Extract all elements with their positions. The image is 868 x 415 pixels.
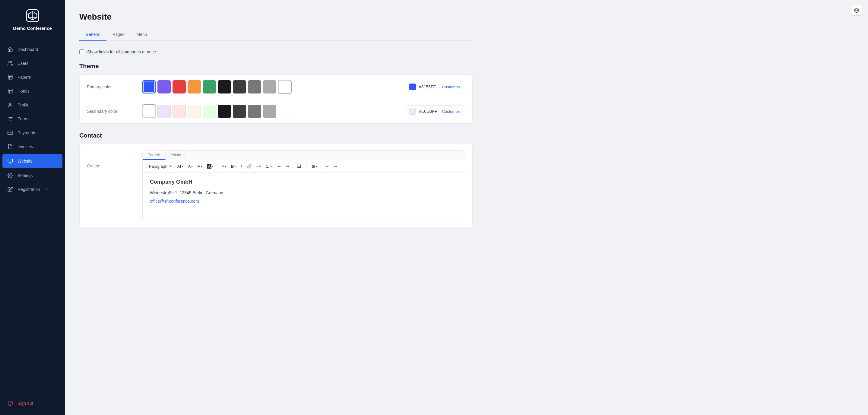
sidebar-item-forms[interactable]: Forms [0, 112, 65, 126]
sidebar-item-label: Registration [18, 187, 40, 192]
swatch-purple-primary[interactable] [157, 80, 171, 94]
toolbar-indent-out-button[interactable]: ⇤ [276, 163, 283, 170]
settings-icon [7, 172, 13, 179]
sidebar-item-label: Papers [18, 75, 31, 79]
secondary-customize-button[interactable]: Customize [442, 109, 461, 114]
svg-rect-17 [8, 131, 13, 134]
sidebar-item-dashboard[interactable]: Dashboard [0, 42, 65, 56]
sidebar-item-registration[interactable]: Registration ↗ [0, 183, 65, 196]
swatch-green-primary[interactable] [203, 80, 216, 94]
swatch-red-primary[interactable] [173, 80, 186, 94]
tab-general[interactable]: General [79, 29, 106, 41]
sidebar-item-label: Payments [18, 130, 36, 135]
sidebar-item-profile[interactable]: Profile [0, 98, 65, 112]
editor-toolbar: Paragraph Heading 1 Heading 2 AI ▾ A ▾ A… [143, 160, 465, 173]
swatch-orange-primary[interactable] [188, 80, 201, 94]
toolbar-ordered-list-button[interactable]: 1. ≡ [264, 163, 275, 170]
show-fields-label: Show fields for all languages at once [87, 50, 156, 54]
invoices-icon [7, 143, 13, 150]
tab-menu[interactable]: Menu [131, 29, 153, 41]
sidebar-item-website[interactable]: Website [2, 154, 62, 168]
show-fields-checkbox[interactable] [79, 50, 84, 54]
users-icon [7, 60, 13, 66]
sidebar-item-label: Hotels [18, 89, 30, 94]
sidebar-bottom: Sign out [0, 394, 65, 415]
app-title: Demo Conference [13, 25, 52, 31]
swatch-midgray-primary[interactable] [248, 80, 261, 94]
toolbar-ai-button[interactable]: AI ▾ [176, 163, 185, 170]
sidebar-item-papers[interactable]: Papers [0, 70, 65, 84]
swatch-black-secondary[interactable] [218, 105, 231, 118]
header-bar [851, 5, 862, 16]
swatch-white-secondary-selected[interactable] [142, 105, 156, 118]
editor-content[interactable]: Company GmbH Weidestraße 1, 12345 Berlin… [143, 173, 465, 221]
secondary-color-dot [409, 108, 416, 115]
toolbar-bg-color-button[interactable]: A ▾ [206, 163, 216, 170]
swatch-blue-primary[interactable] [142, 80, 156, 94]
editor-heading: Company GmbH [150, 179, 458, 185]
toolbar-image-button[interactable]: 🖼 [295, 163, 303, 170]
home-icon [7, 46, 13, 53]
page-title: Website [79, 12, 473, 22]
profile-icon [7, 102, 13, 108]
toolbar-align-button[interactable]: ≡ ▾ [220, 163, 228, 170]
primary-customize-button[interactable]: Customize [442, 85, 461, 89]
swatch-lightpurple-secondary[interactable] [157, 105, 171, 118]
secondary-color-preview: #E6EBFF Customize [405, 105, 465, 117]
toolbar-table-button[interactable]: ⊞ ▾ [310, 163, 319, 170]
sidebar-logo: Demo Conference [0, 0, 65, 39]
globe-button[interactable] [851, 5, 862, 16]
swatch-white-primary[interactable] [278, 80, 291, 94]
swatch-midgray-secondary[interactable] [248, 105, 261, 118]
toolbar-bold-button[interactable]: B ▾ [229, 163, 238, 170]
toolbar-bullet-list-button[interactable]: • ≡ [254, 163, 263, 170]
toolbar-undo-button[interactable]: ↩ [323, 163, 331, 170]
swatch-lightorange-secondary[interactable] [188, 105, 201, 118]
swatch-lightred-secondary[interactable] [173, 105, 186, 118]
lang-tab-polski[interactable]: Polski [165, 151, 186, 160]
sidebar-item-label: Website [18, 159, 33, 163]
primary-color-preview: #3155FF Customize [405, 81, 465, 93]
toolbar-font-color-button[interactable]: A ▾ [196, 163, 204, 170]
payments-icon [7, 130, 13, 136]
theme-card: Primary color #3155FF Customize [79, 74, 473, 124]
sidebar-item-settings[interactable]: Settings [0, 168, 65, 183]
swatch-darkgray-primary[interactable] [233, 80, 246, 94]
swatch-darkgray-secondary[interactable] [233, 105, 246, 118]
toolbar-link-button[interactable]: 🔗 [245, 163, 253, 170]
language-tabs: English Polski [143, 151, 465, 160]
toolbar-italic-button[interactable]: I [239, 163, 244, 170]
swatch-lightgray-secondary[interactable] [263, 105, 276, 118]
svg-point-4 [9, 61, 10, 63]
show-fields-row: Show fields for all languages at once [79, 50, 473, 54]
page-content: Website General Pages Menu Show fields f… [65, 0, 487, 240]
toolbar-quote-button[interactable]: " [304, 163, 309, 170]
editor-email[interactable]: office@sf-conference.com [150, 199, 199, 203]
sign-out-button[interactable]: Sign out [0, 396, 65, 410]
sidebar-item-invoices[interactable]: Invoices [0, 140, 65, 154]
toolbar-indent-in-button[interactable]: ⇥ [284, 163, 291, 170]
sidebar-item-payments[interactable]: Payments [0, 126, 65, 140]
sidebar-item-label: Dashboard [18, 47, 38, 52]
toolbar-redo-button[interactable]: ↪ [332, 163, 339, 170]
sidebar-item-label: Users [18, 61, 29, 66]
toolbar-font-size-button[interactable]: A ▾ [186, 163, 194, 170]
swatch-white-secondary[interactable] [278, 105, 291, 118]
swatch-lightgray-primary[interactable] [263, 80, 276, 94]
sidebar-item-users[interactable]: Users [0, 56, 65, 70]
main-content: Website General Pages Menu Show fields f… [65, 0, 868, 415]
swatch-lightgreen-secondary[interactable] [203, 105, 216, 118]
forms-icon [7, 116, 13, 122]
tab-pages[interactable]: Pages [106, 29, 131, 41]
page-tabs: General Pages Menu [79, 29, 473, 41]
signout-icon [7, 400, 13, 406]
svg-rect-9 [8, 89, 12, 93]
secondary-color-label: Secondary color [87, 109, 135, 114]
sidebar-item-hotels[interactable]: Hotels [0, 84, 65, 98]
secondary-color-swatches [142, 105, 393, 118]
contact-content-label: Content [87, 150, 135, 168]
paragraph-select[interactable]: Paragraph Heading 1 Heading 2 [146, 163, 174, 170]
swatch-black-primary[interactable] [218, 80, 231, 94]
sidebar-item-label: Invoices [18, 144, 33, 149]
lang-tab-english[interactable]: English [143, 151, 165, 160]
